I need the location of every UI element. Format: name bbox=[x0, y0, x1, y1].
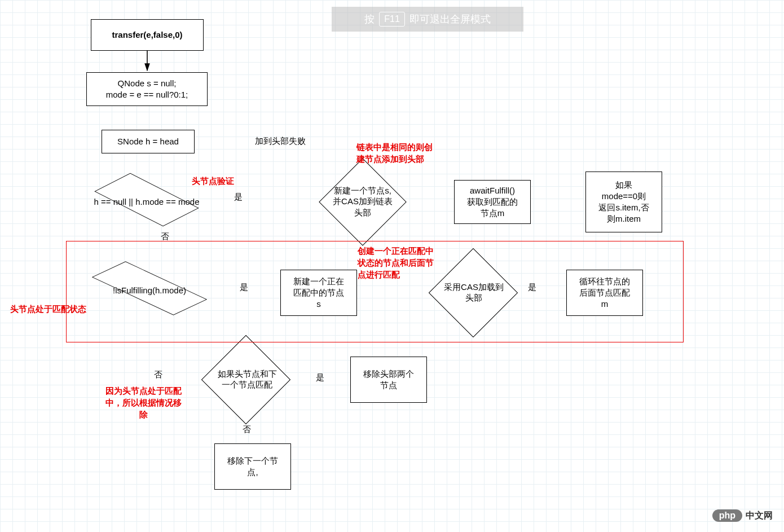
diamond-casnew bbox=[319, 158, 407, 246]
watermark: php 中文网 bbox=[712, 509, 773, 522]
fullscreen-hint: 按 F11 即可退出全屏模式 bbox=[332, 7, 523, 32]
label-addheadfail: 加到头部失败 bbox=[255, 136, 306, 147]
php-badge: php bbox=[712, 509, 742, 522]
anno-because: 因为头节点处于匹配 中，所以根据情况移 除 bbox=[105, 385, 182, 420]
label-no-2: 否 bbox=[154, 370, 162, 380]
label-yes-1: 是 bbox=[234, 192, 243, 203]
anno-head-verify: 头节点验证 bbox=[192, 175, 234, 187]
overlay-post: 即可退出全屏模式 bbox=[409, 12, 491, 26]
connectors bbox=[0, 0, 169, 85]
watermark-text: 中文网 bbox=[746, 510, 773, 522]
node-removetwo: 移除头部两个 节点 bbox=[350, 357, 427, 403]
overlay-pre: 按 bbox=[364, 12, 375, 26]
anno-same-head: 链表中是相同的则创 建节点添加到头部 bbox=[356, 141, 433, 165]
diamond-headnext bbox=[201, 335, 290, 424]
overlay-key: F11 bbox=[379, 12, 405, 27]
label-yes-4: 是 bbox=[316, 372, 324, 383]
red-group-box bbox=[66, 241, 684, 342]
label-no-3: 否 bbox=[243, 424, 251, 435]
node-removenext: 移除下一个节 点, bbox=[214, 443, 291, 490]
node-result: 如果 mode==0则 返回s.item,否 则m.item bbox=[585, 172, 662, 232]
node-awaitfulfill: awaitFulfill() 获取到匹配的 节点m bbox=[454, 180, 531, 224]
diamond-hnull bbox=[94, 173, 199, 227]
node-snode: SNode h = head bbox=[102, 130, 195, 153]
